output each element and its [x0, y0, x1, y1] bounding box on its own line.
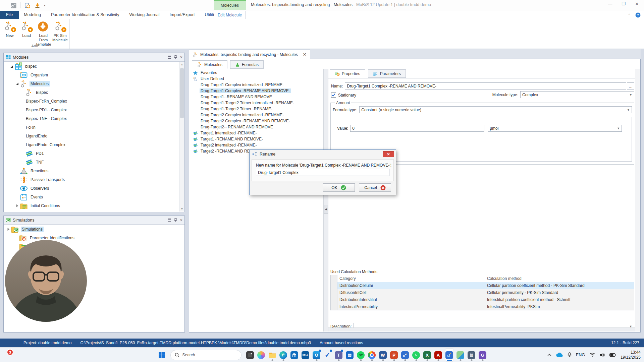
modules-scrollbar[interactable]: ▲▼: [179, 62, 184, 212]
dialog-close-button[interactable]: ✕: [383, 151, 394, 157]
tree-item-fcrn[interactable]: FcRn: [4, 123, 179, 132]
ribbon-tab-edit-molecule[interactable]: Edit Molecule: [214, 11, 246, 19]
ribbon-tab-parameter-identification-sensitivity[interactable]: Parameter Identification & Sensitivity: [46, 11, 124, 19]
molecule-list-item[interactable]: Target2 internalized -RENAME-: [190, 142, 323, 148]
start-button[interactable]: [157, 348, 166, 362]
ucm-table-row[interactable]: IntestinalPermeability IntestinalPermeab…: [331, 303, 634, 310]
tree-item-simulations[interactable]: Simulations: [4, 225, 179, 234]
properties-scrollbar[interactable]: [635, 69, 640, 331]
ucm-category-cell[interactable]: DiffusionIntCell: [337, 289, 485, 296]
excel-taskbar-button[interactable]: X: [423, 348, 432, 362]
tab-parameters[interactable]: Parameters: [368, 69, 406, 78]
tray-chevron-icon[interactable]: [547, 354, 551, 356]
value-field[interactable]: [350, 125, 484, 132]
powerpoint-taskbar-button[interactable]: P: [390, 348, 398, 362]
ucm-table-row[interactable]: DistributionInterstitial Interstitial pa…: [331, 296, 634, 303]
load-from-template-button[interactable]: Load From Template: [35, 20, 52, 47]
whatsapp-taskbar-button[interactable]: [412, 348, 421, 362]
pk-sim-molecule-button[interactable]: +PK-Sim Molecule: [52, 20, 68, 47]
ucm-method-cell[interactable]: Cellular partition coefficient method - …: [485, 282, 634, 289]
tree-item-ligandendo-complex[interactable]: LigandEndo_Complex: [4, 140, 179, 149]
molecule-list-item[interactable]: Favorites: [190, 70, 323, 76]
ucm-method-cell[interactable]: Cellular permeability - PK-Sim Standard: [485, 289, 634, 296]
acrobat-taskbar-button[interactable]: A: [434, 348, 443, 362]
new-name-input[interactable]: [256, 169, 389, 176]
dell-taskbar-button[interactable]: DELL: [301, 348, 310, 362]
molecule-list-item[interactable]: Drug-Target1-Target2 Trimer -RENAME-: [190, 106, 323, 112]
notification-badge[interactable]: 3: [7, 349, 13, 356]
tree-item-passive-transports[interactable]: Passive Transports: [4, 175, 179, 184]
molecule-list-item[interactable]: Drug-Target2 Complex -RENAME AND REMOVE-: [190, 118, 323, 124]
ucm-category-cell[interactable]: DistributionCellular: [337, 282, 485, 289]
tab-molecules[interactable]: Molecules: [192, 60, 227, 69]
onedrive-icon[interactable]: [556, 353, 563, 357]
teams-taskbar-button[interactable]: T: [334, 348, 343, 362]
stationary-checkbox[interactable]: [331, 93, 336, 98]
tab-formulas[interactable]: Formulas: [230, 60, 264, 69]
volume-icon[interactable]: [600, 353, 605, 357]
spotify-taskbar-button[interactable]: [357, 348, 365, 362]
minimize-button[interactable]: —: [606, 1, 614, 6]
ucm-table-row[interactable]: DiffusionIntCell Cellular permeability -…: [331, 289, 634, 296]
pin-panel-icon[interactable]: [174, 55, 177, 59]
formula-type-select[interactable]: Constant (a single numeric value)▼: [359, 106, 632, 113]
close-button[interactable]: ✕: [633, 1, 641, 6]
mobi-taskbar-button[interactable]: [445, 348, 454, 362]
pksim-taskbar-button[interactable]: [456, 348, 465, 362]
molecule-list-item[interactable]: Drug-Target1--RENAME AND REMOVE: [190, 94, 323, 100]
molecule-list-item[interactable]: Target1 -RENAME AND REMOVE-: [190, 136, 323, 142]
ucm-header-category[interactable]: Category: [337, 275, 485, 282]
customize-qat-icon[interactable]: ▾: [44, 4, 46, 7]
edge-taskbar-button[interactable]: [279, 348, 288, 362]
document-tab[interactable]: Molecules: bispecific binding and recycl…: [189, 50, 310, 59]
cancel-button[interactable]: Cancel: [359, 183, 391, 192]
expander-icon[interactable]: [6, 228, 11, 231]
expander-icon[interactable]: [15, 82, 19, 85]
ribbon-tab-file[interactable]: File: [0, 11, 19, 19]
ucm-method-cell[interactable]: Interstitial partition coefficient metho…: [485, 296, 634, 303]
ucm-category-cell[interactable]: DistributionInterstitial: [337, 296, 485, 303]
tree-item-initial-conditions[interactable]: Initial Conditions: [4, 201, 179, 210]
store-taskbar-button[interactable]: [290, 348, 299, 362]
ucm-category-cell[interactable]: IntestinalPermeability: [337, 303, 485, 310]
clock[interactable]: 13:44 19/12/2025: [621, 350, 641, 360]
mobi-file-taskbar-button[interactable]: [401, 348, 410, 362]
unit-select[interactable]: µmol▼: [488, 125, 622, 132]
tree-item-bispec-pd1-complex[interactable]: Bispec-PD1-- Complex: [4, 106, 179, 114]
ucm-header-method[interactable]: Calculation method: [485, 275, 634, 282]
pane-splitter[interactable]: ◀: [323, 69, 328, 331]
tree-item-bispec[interactable]: bispec: [4, 62, 179, 71]
molecule-list-item[interactable]: User Defined: [190, 76, 323, 82]
import-icon[interactable]: [34, 2, 41, 9]
open-project-icon[interactable]: [24, 2, 31, 9]
tab-properties[interactable]: 0 Properties: [330, 69, 365, 78]
float-panel-icon[interactable]: [168, 56, 171, 59]
close-document-icon[interactable]: ✕: [303, 52, 307, 57]
ucm-table-row[interactable]: DistributionCellular Cellular partition …: [331, 282, 634, 289]
name-field[interactable]: [345, 82, 626, 89]
load-button[interactable]: ▼Load: [18, 20, 35, 47]
molecule-list-item[interactable]: Drug-Target2-- RENAME AND REMOVE: [190, 124, 323, 130]
tree-item-tnf[interactable]: TNF: [4, 158, 179, 167]
new-button[interactable]: +New: [1, 20, 18, 47]
expander-icon[interactable]: [15, 204, 19, 207]
name-ellipsis-button[interactable]: …: [627, 82, 634, 89]
expander-icon[interactable]: [9, 65, 14, 68]
tree-item-events[interactable]: Events: [4, 193, 179, 201]
maximize-button[interactable]: ❐: [619, 1, 628, 6]
todo-taskbar-button[interactable]: ✓: [323, 348, 332, 362]
microphone-icon[interactable]: [568, 352, 572, 358]
molecule-type-select[interactable]: Complex▼: [520, 91, 634, 98]
search-input[interactable]: Search: [170, 350, 241, 360]
close-panel-icon[interactable]: ×: [180, 218, 182, 223]
collapse-ribbon-icon[interactable]: ⌃: [628, 13, 631, 17]
molecule-list-item[interactable]: Target1 internalized -RENAME-: [190, 130, 323, 136]
language-indicator[interactable]: ENG: [576, 353, 585, 357]
tree-item-bispec[interactable]: Bispec: [4, 88, 179, 97]
wifi-icon[interactable]: [589, 353, 595, 357]
calculator-taskbar-button[interactable]: [467, 348, 476, 362]
calendar-taskbar-button[interactable]: [345, 348, 354, 362]
tree-item-molecules[interactable]: Molecules: [4, 79, 179, 88]
chrome-taskbar-button[interactable]: [368, 348, 376, 362]
ok-button[interactable]: OK: [323, 183, 355, 192]
